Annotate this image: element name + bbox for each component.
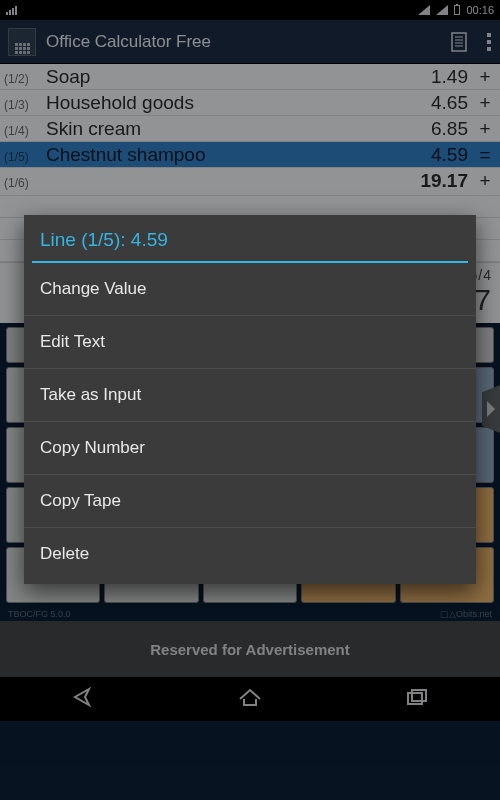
dialog-item-change-value[interactable]: Change Value [24,263,476,316]
dialog-item-copy-tape[interactable]: Copy Tape [24,475,476,528]
dialog-item-edit-text[interactable]: Edit Text [24,316,476,369]
dialog-item-copy-number[interactable]: Copy Number [24,422,476,475]
dialog-item-delete[interactable]: Delete [24,528,476,584]
line-context-dialog: Line (1/5): 4.59 Change Value Edit Text … [24,215,476,584]
dialog-title: Line (1/5): 4.59 [24,215,476,261]
dialog-item-take-input[interactable]: Take as Input [24,369,476,422]
